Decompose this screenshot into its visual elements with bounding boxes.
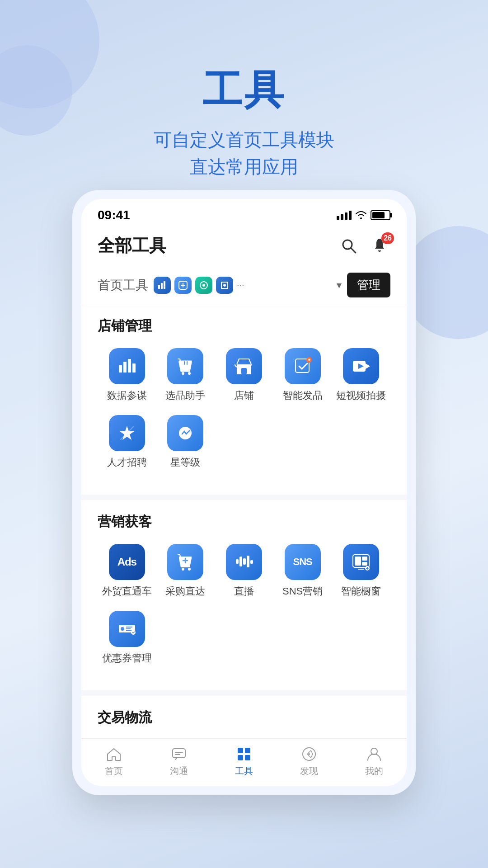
tool-short-video-icon — [343, 348, 379, 384]
tool-coupon-label: 优惠券管理 — [102, 651, 152, 665]
section-store-title: 店铺管理 — [98, 317, 390, 335]
wifi-icon — [355, 211, 367, 220]
store-management-grid: 数据参谋 选品助手 店铺 — [98, 348, 390, 482]
tool-live[interactable]: 直播 — [215, 544, 273, 598]
nav-discover-label: 发现 — [300, 765, 318, 777]
tool-data-consult[interactable]: 数据参谋 — [98, 348, 156, 402]
nav-home[interactable]: 首页 — [81, 746, 146, 777]
search-button[interactable] — [338, 235, 360, 257]
bottom-nav: 首页 沟通 工具 — [81, 738, 407, 786]
tool-smart-window-icon — [343, 544, 379, 580]
page-subtitle: 可自定义首页工具模块 直达常用应用 — [0, 126, 488, 180]
phone-inner: 09:41 — [81, 199, 407, 786]
tool-sns-label: SNS营销 — [282, 585, 323, 598]
svg-rect-29 — [355, 557, 361, 566]
notification-button[interactable]: 26 — [369, 235, 390, 257]
tool-smart-product[interactable]: 智能发品 — [273, 348, 332, 402]
nav-chat-label: 沟通 — [170, 765, 188, 777]
subtitle-line1: 可自定义首页工具模块 — [154, 130, 334, 150]
svg-rect-4 — [164, 281, 165, 289]
svg-point-14 — [188, 372, 191, 375]
svg-point-59 — [308, 753, 310, 755]
tools-bar-label: 首页工具 — [98, 277, 148, 294]
sns-text: SNS — [293, 556, 312, 568]
tool-product-select-icon — [167, 348, 203, 384]
tool-purchase-reach-label: 采购直达 — [165, 585, 205, 598]
tools-grid-icon — [236, 746, 252, 762]
svg-rect-54 — [245, 748, 250, 753]
tool-live-label: 直播 — [234, 585, 254, 598]
header-icons: 26 — [338, 235, 390, 257]
compass-icon — [301, 746, 317, 762]
status-icons — [337, 210, 390, 220]
svg-rect-55 — [238, 755, 243, 760]
nav-tools-label: 工具 — [235, 765, 253, 777]
svg-rect-12 — [132, 363, 136, 373]
svg-rect-11 — [128, 359, 131, 373]
tool-product-select[interactable]: 选品助手 — [156, 348, 215, 402]
tool-short-video[interactable]: 短视频拍摄 — [332, 348, 390, 402]
app-content: 店铺管理 数据参谋 选品助手 — [81, 304, 407, 738]
status-time: 09:41 — [98, 208, 130, 222]
notification-badge: 26 — [381, 232, 394, 244]
svg-rect-24 — [239, 557, 242, 566]
tool-sns-icon: SNS — [285, 544, 321, 580]
tool-smart-product-label: 智能发品 — [283, 389, 323, 402]
tool-store-icon — [226, 348, 262, 384]
tool-product-select-label: 选品助手 — [165, 389, 205, 402]
tool-coupon-icon — [109, 611, 145, 647]
svg-rect-9 — [119, 365, 122, 373]
page-header: 工具 可自定义首页工具模块 直达常用应用 — [0, 0, 488, 180]
nav-profile[interactable]: 我的 — [342, 746, 407, 777]
mini-icon-3 — [195, 277, 212, 294]
manage-button[interactable]: 管理 — [347, 273, 390, 297]
app-title: 全部工具 — [98, 234, 166, 257]
svg-rect-27 — [250, 560, 253, 564]
tool-smart-product-icon — [285, 348, 321, 384]
tool-smart-window[interactable]: 智能橱窗 — [332, 544, 390, 598]
tool-talent-recruit-label: 人才招聘 — [107, 456, 147, 469]
section-trade-logistics: 交易物流 信保订单 退款/售后 — [81, 696, 407, 738]
tool-star-level-icon — [167, 415, 203, 451]
svg-point-21 — [182, 568, 184, 571]
svg-rect-26 — [247, 556, 249, 567]
svg-rect-2 — [158, 285, 160, 289]
chevron-down-icon[interactable]: ▾ — [337, 279, 342, 291]
more-dots: ··· — [237, 280, 244, 290]
signal-icon — [337, 211, 352, 220]
chat-icon — [171, 746, 187, 762]
tool-store-label: 店铺 — [234, 389, 254, 402]
phone-mockup: 09:41 — [72, 190, 416, 795]
tools-bar-icons: ··· — [154, 277, 331, 294]
svg-point-22 — [188, 568, 191, 571]
svg-rect-56 — [245, 755, 250, 760]
nav-profile-label: 我的 — [365, 765, 383, 777]
tool-sns[interactable]: SNS SNS营销 — [273, 544, 332, 598]
mini-icon-2 — [174, 277, 192, 294]
nav-discover[interactable]: 发现 — [277, 746, 342, 777]
tool-talent-recruit-icon — [109, 415, 145, 451]
section-marketing: 营销获客 Ads 外贸直通车 采购直达 — [81, 500, 407, 690]
svg-point-33 — [121, 627, 124, 631]
nav-tools[interactable]: 工具 — [211, 746, 277, 777]
tool-star-level[interactable]: 星等级 — [156, 415, 215, 469]
tool-purchase-reach[interactable]: 采购直达 — [156, 544, 215, 598]
tool-store[interactable]: 店铺 — [215, 348, 273, 402]
svg-point-8 — [223, 284, 226, 287]
svg-rect-3 — [161, 283, 163, 289]
tool-ads[interactable]: Ads 外贸直通车 — [98, 544, 156, 598]
svg-rect-50 — [173, 749, 185, 758]
section-trade-title: 交易物流 — [98, 708, 390, 727]
battery-icon — [371, 210, 390, 220]
subtitle-line2: 直达常用应用 — [190, 157, 298, 177]
section-marketing-title: 营销获客 — [98, 513, 390, 531]
svg-point-7 — [202, 284, 205, 287]
svg-rect-31 — [362, 562, 367, 566]
tool-ads-icon: Ads — [109, 544, 145, 580]
svg-rect-30 — [362, 557, 367, 561]
tool-coupon[interactable]: 优惠券管理 — [98, 611, 156, 665]
tool-star-level-label: 星等级 — [170, 456, 200, 469]
nav-chat[interactable]: 沟通 — [146, 746, 211, 777]
tool-ads-label: 外贸直通车 — [102, 585, 152, 598]
tool-talent-recruit[interactable]: 人才招聘 — [98, 415, 156, 469]
